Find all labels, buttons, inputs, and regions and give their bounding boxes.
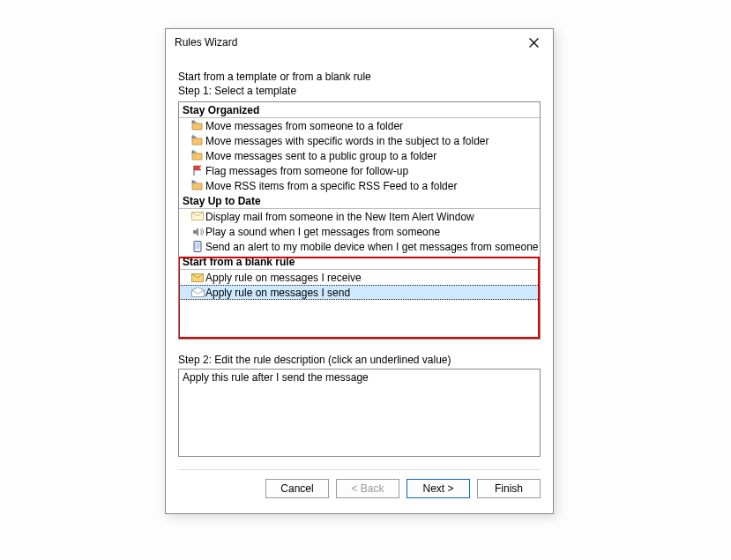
rule-description-box[interactable]: Apply this rule after I send the message (178, 369, 541, 457)
template-item[interactable]: Apply rule on messages I receive (179, 270, 540, 285)
step2-section: Step 2: Edit the rule description (click… (178, 354, 541, 457)
close-icon (529, 38, 539, 48)
move-folder-icon (190, 150, 205, 161)
move-folder-icon (190, 120, 205, 131)
template-label: Play a sound when I get messages from so… (205, 226, 440, 238)
svg-rect-4 (195, 243, 199, 249)
template-item[interactable]: Display mail from someone in the New Ite… (179, 209, 540, 224)
step2-label: Step 2: Edit the rule description (click… (178, 354, 541, 366)
group-header-stay-organized: Stay Organized (179, 102, 540, 118)
template-label: Move messages with specific words in the… (205, 135, 489, 147)
cancel-button[interactable]: Cancel (265, 479, 329, 498)
template-label: Apply rule on messages I send (205, 287, 350, 299)
flag-icon (190, 165, 205, 176)
titlebar: Rules Wizard (166, 29, 553, 56)
template-item[interactable]: Send an alert to my mobile device when I… (179, 239, 540, 254)
next-button[interactable]: Next > (407, 479, 470, 498)
envelope-open-icon (190, 287, 205, 297)
template-item[interactable]: Move messages sent to a public group to … (179, 148, 540, 163)
template-item-selected[interactable]: Apply rule on messages I send (179, 285, 540, 300)
group-header-stay-up-to-date: Stay Up to Date (179, 193, 540, 209)
mobile-device-icon (190, 241, 205, 252)
move-folder-icon (190, 180, 205, 191)
rules-wizard-dialog: Rules Wizard Start from a template or fr… (165, 28, 554, 514)
back-button[interactable]: < Back (336, 479, 399, 498)
dialog-title: Rules Wizard (175, 36, 514, 49)
dialog-buttons: Cancel < Back Next > Finish (166, 470, 553, 498)
template-label: Move messages sent to a public group to … (205, 150, 436, 162)
group-header-start-blank: Start from a blank rule (179, 254, 540, 270)
intro-line: Start from a template or from a blank ru… (178, 70, 541, 84)
rule-description-text: Apply this rule after I send the message (183, 371, 369, 384)
mail-alert-icon (190, 212, 205, 221)
template-label: Apply rule on messages I receive (205, 272, 362, 284)
template-label: Flag messages from someone for follow-up (205, 165, 408, 177)
template-item[interactable]: Move RSS items from a specific RSS Feed … (179, 178, 540, 193)
template-list[interactable]: Stay Organized Move messages from someon… (178, 101, 541, 340)
template-item[interactable]: Flag messages from someone for follow-up (179, 163, 540, 178)
template-item[interactable]: Play a sound when I get messages from so… (179, 224, 540, 239)
template-label: Display mail from someone in the New Ite… (205, 211, 474, 223)
intro-text: Start from a template or from a blank ru… (178, 70, 541, 98)
step1-label: Step 1: Select a template (178, 84, 541, 98)
finish-button[interactable]: Finish (477, 479, 541, 498)
close-button[interactable] (514, 29, 553, 56)
template-label: Send an alert to my mobile device when I… (205, 241, 539, 253)
sound-icon (190, 227, 205, 237)
template-label: Move messages from someone to a folder (205, 120, 403, 132)
envelope-closed-icon (190, 273, 205, 282)
move-folder-icon (190, 135, 205, 146)
template-item[interactable]: Move messages from someone to a folder (179, 118, 540, 133)
template-label: Move RSS items from a specific RSS Feed … (205, 180, 457, 192)
template-item[interactable]: Move messages with specific words in the… (179, 133, 540, 148)
